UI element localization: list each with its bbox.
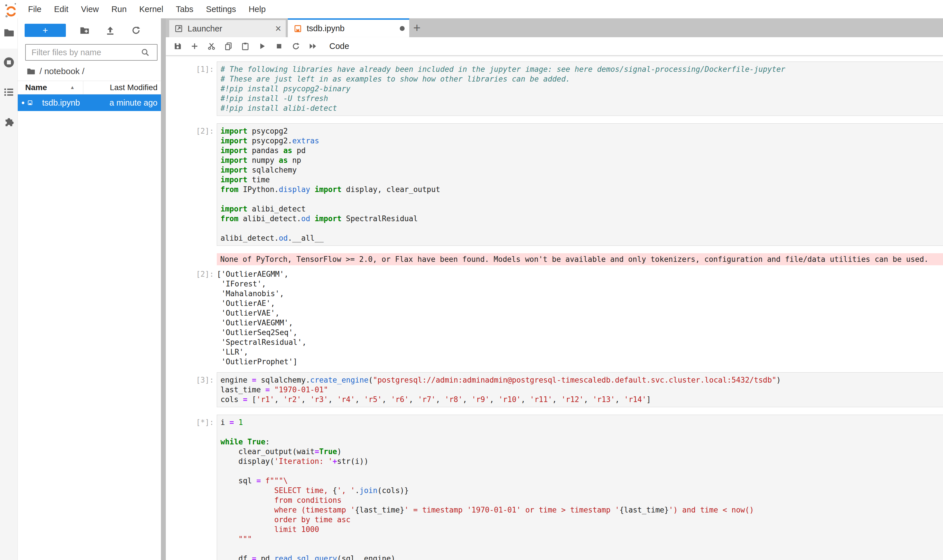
save-button[interactable] — [169, 39, 186, 54]
folder-icon — [3, 27, 15, 38]
close-icon[interactable]: × — [275, 23, 281, 35]
paste-cells-button[interactable] — [237, 39, 254, 54]
menu-kernel[interactable]: Kernel — [133, 5, 170, 14]
menu-run[interactable]: Run — [105, 5, 133, 14]
sidebar-tab-file-browser[interactable] — [0, 18, 18, 48]
menu-settings[interactable]: Settings — [200, 5, 242, 14]
notebook-icon-white — [27, 98, 37, 108]
breadcrumb-path: / notebook / — [40, 66, 85, 76]
notebook-toolbar: Code — [166, 37, 943, 55]
breadcrumb[interactable]: / notebook / — [26, 66, 161, 76]
cell-code: # The following libraries have already b… — [221, 65, 943, 113]
tab-bar: Launcher×tsdb.ipynb+ — [166, 18, 943, 37]
sidebar-tab-extensions[interactable] — [0, 108, 18, 137]
puzzle-icon — [3, 116, 15, 128]
menu-help[interactable]: Help — [242, 5, 272, 14]
cell-code: import psycopg2 import psycopg2.extras i… — [221, 126, 943, 243]
new-launcher-button[interactable]: + — [25, 24, 66, 37]
run-all-icon — [309, 42, 317, 51]
sidebar-tab-table-of-contents[interactable] — [0, 78, 18, 108]
sort-ascending-icon: ▲ — [70, 85, 75, 91]
file-name: tsdb.ipynb — [42, 98, 110, 108]
cell-input[interactable]: engine = sqlalchemy.create_engine("postg… — [217, 372, 943, 407]
interrupt-kernel-button[interactable] — [271, 39, 287, 54]
search-icon — [140, 48, 150, 57]
cell-type-dropdown[interactable]: Code — [329, 42, 378, 51]
paste-icon — [241, 42, 250, 51]
tab-tsdb-ipynb[interactable]: tsdb.ipynb — [288, 18, 409, 37]
cell-type-label: Code — [329, 42, 349, 51]
menu-view[interactable]: View — [75, 5, 105, 14]
stop-icon — [275, 42, 284, 51]
stderr-output: None of PyTorch, TensorFlow >= 2.0, or F… — [217, 253, 943, 265]
sidebar-tab-running-kernels[interactable] — [0, 48, 18, 78]
restart-kernel-button[interactable] — [287, 39, 304, 54]
code-cell[interactable]: [3]:engine = sqlalchemy.create_engine("p… — [166, 372, 943, 407]
refresh-button[interactable] — [123, 24, 149, 37]
code-cell[interactable]: [1]:# The following libraries have alrea… — [166, 62, 943, 116]
menu-edit[interactable]: Edit — [48, 5, 75, 14]
insert-cell-button[interactable] — [186, 39, 203, 54]
cell-prompt: [*]: — [166, 415, 217, 560]
cut-icon — [207, 42, 216, 51]
filter-files-input[interactable] — [25, 44, 157, 61]
notebook-area[interactable]: [1]:# The following libraries have alrea… — [166, 55, 943, 560]
launcher-icon — [174, 24, 183, 33]
cell-prompt: [1]: — [166, 62, 217, 116]
cell-code: engine = sqlalchemy.create_engine("postg… — [221, 375, 943, 404]
tab-label: Launcher — [188, 24, 275, 34]
new-tab-button[interactable]: + — [413, 22, 421, 34]
tab-launcher[interactable]: Launcher× — [169, 20, 286, 37]
chevron-down-icon — [370, 42, 378, 50]
cell-prompt: [2]: — [166, 123, 217, 246]
file-modified: a minute ago — [110, 98, 161, 108]
save-icon — [173, 42, 182, 51]
file-list-header: Name ▲ Last Modified — [18, 81, 161, 94]
cell-input[interactable]: # The following libraries have already b… — [217, 62, 943, 116]
cell-input[interactable]: import psycopg2 import psycopg2.extras i… — [217, 123, 943, 246]
output-text: ['OutlierAEGMM', 'IForest', 'Mahalanobis… — [217, 269, 943, 366]
file-row[interactable]: tsdb.ipynba minute ago — [18, 94, 161, 111]
upload-icon — [105, 25, 116, 35]
panel-resize-divider[interactable] — [161, 18, 166, 560]
output-area: ['OutlierAEGMM', 'IForest', 'Mahalanobis… — [217, 269, 943, 366]
copy-cells-button[interactable] — [220, 39, 237, 54]
code-cell[interactable]: [*]:i = 1 while True: clear_output(wait=… — [166, 415, 943, 560]
dirty-indicator-icon — [400, 26, 404, 31]
home-folder-icon — [26, 67, 40, 76]
file-browser-toolbar: + — [18, 18, 161, 39]
upload-button[interactable] — [97, 24, 123, 37]
column-header-last-modified[interactable]: Last Modified — [83, 81, 161, 94]
new-folder-icon — [79, 25, 90, 35]
output-prompt: [2]: — [166, 269, 217, 366]
sidebar-activity-bar — [0, 18, 18, 560]
run-icon — [258, 42, 267, 51]
restart-run-all-button[interactable] — [304, 39, 321, 54]
menu-file[interactable]: File — [22, 5, 48, 14]
cell-prompt: [3]: — [166, 372, 217, 407]
add-icon — [190, 42, 199, 51]
warning-text: None of PyTorch, TensorFlow >= 2.0, or F… — [220, 254, 943, 264]
cut-cells-button[interactable] — [203, 39, 220, 54]
notebook-icon-orange — [293, 24, 302, 33]
new-folder-button[interactable] — [72, 24, 97, 37]
jupyter-logo-icon — [4, 2, 19, 16]
stop-circle-icon — [3, 57, 15, 68]
file-browser-panel: + / notebook / Name ▲ Last Modified tsdb… — [18, 18, 161, 560]
copy-icon — [224, 42, 233, 51]
tab-label: tsdb.ipynb — [307, 24, 400, 33]
run-cell-button[interactable] — [254, 39, 271, 54]
column-header-name[interactable]: Name ▲ — [18, 83, 83, 92]
code-cell[interactable]: [2]:import psycopg2 import psycopg2.extr… — [166, 123, 943, 246]
menu-bar: FileEditViewRunKernelTabsSettingsHelp — [0, 0, 943, 18]
cell-input[interactable]: i = 1 while True: clear_output(wait=True… — [217, 415, 943, 560]
unsaved-dot — [22, 102, 24, 104]
output-cell: [2]:['OutlierAEGMM', 'IForest', 'Mahalan… — [166, 269, 943, 366]
cell-code: i = 1 while True: clear_output(wait=True… — [221, 417, 943, 560]
restart-icon — [292, 42, 300, 51]
menu-tabs[interactable]: Tabs — [170, 5, 200, 14]
refresh-icon — [131, 25, 141, 35]
toc-icon — [3, 86, 15, 98]
